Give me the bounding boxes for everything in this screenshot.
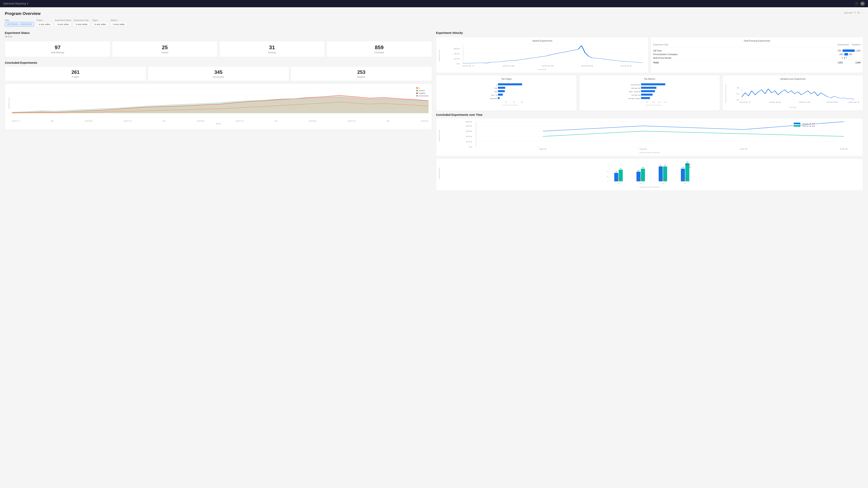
svg-text:26: 26 — [638, 170, 639, 171]
legend-inconclusive-label: inconclusive — [418, 95, 429, 97]
more-icon[interactable]: ⋮ — [861, 11, 863, 14]
x-tick-sep18: September — [196, 120, 205, 122]
app-name-area: Optimizely Reporting ▾ — [3, 2, 28, 5]
started-experiments-title: Started Experiments — [439, 39, 646, 42]
totals-label: Totals — [653, 62, 833, 64]
bar-legend-2018 — [686, 164, 687, 165]
svg-text:Overall Revenue: Overall Revenue — [631, 84, 641, 86]
filter-icon[interactable]: ⊟ — [858, 11, 859, 14]
totals-variations: 2,194 — [844, 62, 861, 64]
bar-visit-pdp — [641, 87, 656, 89]
top-metrics-title: Top Metrics — [582, 78, 717, 80]
bar-pdp — [498, 87, 505, 89]
concluded-over-time-svg: 0 10 20 30 40 50 Q1 — [443, 121, 861, 151]
x-tick-jan18: January '18 — [124, 120, 132, 122]
bar-p — [498, 83, 522, 85]
svg-text:Q3: Q3 — [662, 183, 664, 184]
variations-per-exp-svg: 0 2 4 2017 2018 2019 2020 2021 — [729, 82, 861, 106]
concluded-card-inconclusive-label: Inconclusive — [150, 76, 286, 78]
svg-text:50: 50 — [607, 171, 608, 172]
svg-text:2019: 2019 — [802, 123, 815, 125]
filter-experiment-type-value[interactable]: is any value — [74, 22, 90, 26]
filter-metrics-value[interactable]: is any value — [111, 22, 127, 26]
variations-y-label: Average Variations per Experiment — [725, 85, 726, 103]
started-experiments-chart-box: Started Experiments Experiment Count 0 — [436, 37, 649, 73]
x-tick-jan19: January '19 — [236, 120, 244, 122]
legend-item-positive: positive — [416, 90, 429, 92]
legend-positive-label: positive — [418, 90, 425, 92]
svg-text:Q1: Q1 — [539, 148, 547, 150]
svg-text:30: 30 — [465, 131, 472, 132]
svg-text:53: 53 — [686, 161, 688, 163]
svg-text:203.8%: 203.8% — [638, 178, 643, 179]
nav-actions: ? BV — [855, 1, 865, 6]
filter-experiment-name: Experiment Name is any value — [55, 19, 71, 26]
svg-text:Global - Transaction: Global - Transaction — [629, 91, 641, 92]
nav-dropdown-icon[interactable]: ▾ — [27, 2, 28, 5]
page-header: Program Overview just now ↻ ⊟ ⋮ — [5, 11, 863, 16]
total-running-title: Total Running Experiments — [653, 39, 861, 42]
app-name: Optimizely Reporting — [3, 2, 26, 5]
personalization-label: Personalization Campaigns — [653, 53, 833, 56]
ab-tests-bar — [843, 50, 855, 52]
svg-text:4: 4 — [736, 87, 739, 89]
bar-q2-2018 — [637, 172, 641, 182]
top-nav: Optimizely Reporting ▾ ? BV — [0, 0, 868, 7]
svg-text:37: 37 — [664, 165, 666, 166]
filter-experiment-name-value[interactable]: is any value — [55, 22, 71, 26]
concluded-chart-y-label: Experiment Count — [8, 97, 10, 109]
experiment-status-subtitle: All-time — [5, 35, 432, 38]
svg-text:2020: 2020 — [581, 65, 593, 67]
filter-date-value[interactable]: 2017/01/01 – 2020/12/30 — [5, 22, 34, 26]
filter-metrics: Metrics is any value — [111, 19, 127, 26]
svg-text:PDP: PDP — [494, 88, 497, 89]
bar-q4-2018 — [681, 169, 685, 182]
svg-text:200: 200 — [513, 102, 515, 103]
refresh-icon[interactable]: ↻ — [854, 11, 856, 14]
bar-q1-2019 — [619, 170, 623, 182]
svg-text:37: 37 — [660, 165, 661, 166]
x-tick-may20: May — [386, 120, 390, 122]
svg-text:2021: 2021 — [620, 65, 632, 67]
svg-text:Count of Started Experiments: Count of Started Experiments — [502, 104, 518, 106]
filter-date-label: Date — [5, 19, 34, 21]
concluded-cards: 261 Positive 345 Inconclusive 253 Negati… — [5, 66, 432, 81]
filter-experiment-type: Experiment Type is any value — [74, 19, 90, 26]
status-card-paused: 25 Paused — [112, 41, 218, 57]
bar-department — [498, 97, 500, 99]
top-metrics-chart-box: Top Metrics Overall Revenue Visit Page: … — [579, 75, 720, 111]
line-2018 — [543, 131, 844, 136]
table-row-multiarmed: Multi-Armed Bandits 2 7 — [653, 56, 861, 60]
avatar[interactable]: BV — [860, 1, 865, 6]
svg-text:22: 22 — [616, 171, 617, 172]
svg-text:Visit Page: Cart: Visit Page: Cart — [631, 94, 641, 96]
svg-text:2020: 2020 — [826, 101, 838, 103]
svg-text:2018: 2018 — [688, 164, 691, 165]
bottom-charts-row: Top Pages p PDP Start Start - UK Departm… — [436, 75, 863, 111]
svg-text:50: 50 — [465, 121, 472, 123]
filter-metrics-label: Metrics — [111, 19, 127, 21]
svg-text:Start: Start — [494, 91, 497, 92]
svg-text:Start - UK: Start - UK — [491, 94, 497, 96]
status-card-paused-label: Paused — [115, 52, 215, 54]
help-icon[interactable]: ? — [855, 2, 858, 5]
two-col-layout: Experiment Status All-time 97 Draft (Mis… — [5, 31, 863, 191]
bar-visit-checkout — [641, 97, 650, 99]
filter-experiment-type-label: Experiment Type — [74, 19, 90, 21]
concluded-over-time-section: Concluded Experiments over Time Experime… — [436, 113, 863, 156]
started-experiments-svg: 0 20 40 60 2017 2018 2019 2 — [443, 43, 646, 68]
filter-pages-label: Pages — [92, 19, 108, 21]
svg-text:Q2: Q2 — [640, 183, 642, 184]
filter-project-value[interactable]: is any value — [36, 22, 53, 26]
svg-text:Visit Page: PDP: Visit Page: PDP — [631, 88, 641, 89]
svg-text:2019: 2019 — [688, 166, 691, 168]
svg-text:25: 25 — [607, 176, 608, 177]
concluded-card-negative: 253 Negative — [291, 66, 432, 81]
status-card-concluded: 859 Concluded — [327, 41, 432, 57]
svg-text:1,000: 1,000 — [652, 102, 655, 103]
filter-pages-value[interactable]: is any value — [92, 22, 108, 26]
status-card-draft-num: 97 — [7, 44, 108, 51]
experiment-status-title: Experiment Status — [5, 31, 432, 34]
svg-text:0: 0 — [457, 63, 460, 65]
concluded-experiments-section: Concluded Experiments 261 Positive 345 I… — [5, 61, 432, 130]
